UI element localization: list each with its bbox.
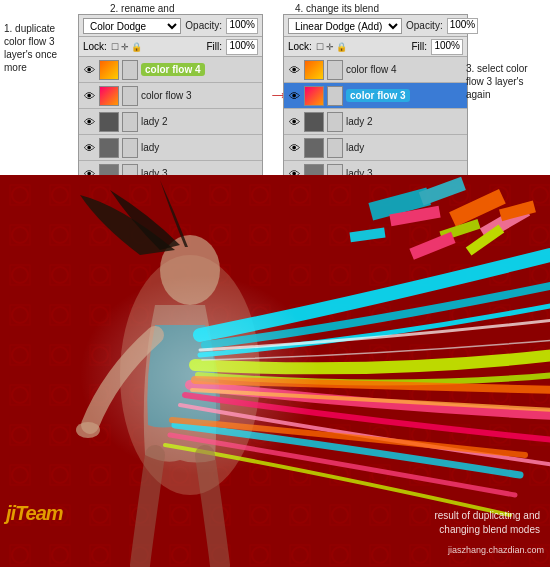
- website-text: jiaszhang.chazdian.com: [448, 544, 544, 558]
- artwork-section: jiTeam result of duplicating and changin…: [0, 175, 550, 567]
- layer-mask: [327, 112, 343, 132]
- eye-icon[interactable]: 👁: [82, 141, 96, 155]
- watermark-logo: jiTeam: [6, 502, 63, 525]
- lock-icon1-r: ☐: [316, 42, 324, 52]
- layer-thumb: [304, 86, 324, 106]
- fill-label-left: Fill:: [206, 41, 222, 52]
- tutorial-top-section: 1. duplicate color flow 3 layer's once m…: [0, 0, 550, 175]
- layer-mask: [122, 112, 138, 132]
- result-label: result of duplicating and changing blend…: [434, 509, 540, 537]
- layer-name-1-left: color flow 3: [141, 90, 192, 101]
- layer-name-3-right: lady: [346, 142, 364, 153]
- layer-mask: [122, 86, 138, 106]
- layer-row-left-2[interactable]: 👁 lady 2: [79, 109, 262, 135]
- layer-mask: [122, 138, 138, 158]
- layer-name-3-left: lady: [141, 142, 159, 153]
- layer-thumb: [99, 138, 119, 158]
- opacity-value-right: 100%: [447, 18, 479, 34]
- lock-icons-right: ☐ ✛ 🔒: [316, 42, 347, 52]
- eye-icon[interactable]: 👁: [82, 89, 96, 103]
- lock-label-right: Lock:: [288, 41, 312, 52]
- layer-row-right-1[interactable]: 👁 color flow 3: [284, 83, 467, 109]
- layer-mask: [327, 86, 343, 106]
- fill-value-left: 100%: [226, 39, 258, 55]
- eye-icon[interactable]: 👁: [82, 115, 96, 129]
- layer-name-2-left: lady 2: [141, 116, 168, 127]
- opacity-value-left: 100%: [226, 18, 258, 34]
- lock-icon1: ☐: [111, 42, 119, 52]
- layer-name-0-left: color flow 4: [141, 63, 205, 76]
- blend-mode-select-left[interactable]: Color Dodge: [83, 18, 181, 34]
- layer-row-right-3[interactable]: 👁 lady: [284, 135, 467, 161]
- layer-name-2-right: lady 2: [346, 116, 373, 127]
- lock-icon3-r: 🔒: [336, 42, 347, 52]
- eye-icon[interactable]: 👁: [82, 63, 96, 77]
- opacity-label-left: Opacity:: [185, 20, 222, 31]
- lock-icon2: ✛: [121, 42, 129, 52]
- layer-mask: [327, 60, 343, 80]
- panel-right: Linear Dodge (Add) Opacity: 100% Lock: ☐…: [283, 14, 468, 188]
- eye-icon[interactable]: 👁: [287, 115, 301, 129]
- opacity-label-right: Opacity:: [406, 20, 443, 31]
- fill-label-right: Fill:: [411, 41, 427, 52]
- step3-label: 3. select color flow 3 layer's again: [466, 62, 546, 101]
- layer-row-right-0[interactable]: 👁 color flow 4: [284, 57, 467, 83]
- layer-row-right-2[interactable]: 👁 lady 2: [284, 109, 467, 135]
- eye-icon[interactable]: 👁: [287, 141, 301, 155]
- layer-mask: [122, 60, 138, 80]
- layer-row-left-3[interactable]: 👁 lady: [79, 135, 262, 161]
- svg-point-17: [80, 275, 320, 475]
- lock-icons-left: ☐ ✛ 🔒: [111, 42, 142, 52]
- layer-row-left-0[interactable]: 👁 color flow 4: [79, 57, 262, 83]
- layer-thumb: [304, 60, 324, 80]
- panel-right-topbar: Linear Dodge (Add) Opacity: 100%: [284, 15, 467, 37]
- layer-thumb: [304, 112, 324, 132]
- layer-mask: [327, 138, 343, 158]
- layer-name-0-right: color flow 4: [346, 64, 397, 75]
- panel-right-secondbar: Lock: ☐ ✛ 🔒 Fill: 100%: [284, 37, 467, 57]
- panel-left-topbar: Color Dodge Opacity: 100%: [79, 15, 262, 37]
- eye-icon[interactable]: 👁: [287, 89, 301, 103]
- layer-thumb: [99, 86, 119, 106]
- panel-left-secondbar: Lock: ☐ ✛ 🔒 Fill: 100%: [79, 37, 262, 57]
- layer-row-left-1[interactable]: 👁 color flow 3: [79, 83, 262, 109]
- eye-icon[interactable]: 👁: [287, 63, 301, 77]
- layer-thumb: [99, 60, 119, 80]
- layer-thumb: [304, 138, 324, 158]
- lock-icon2-r: ✛: [326, 42, 334, 52]
- layer-name-1-right: color flow 3: [346, 89, 410, 102]
- lock-icon3: 🔒: [131, 42, 142, 52]
- blend-mode-select-right[interactable]: Linear Dodge (Add): [288, 18, 402, 34]
- fill-value-right: 100%: [431, 39, 463, 55]
- layer-thumb: [99, 112, 119, 132]
- lock-label-left: Lock:: [83, 41, 107, 52]
- panel-left: Color Dodge Opacity: 100% Lock: ☐ ✛ 🔒 Fi…: [78, 14, 263, 188]
- step1-label: 1. duplicate color flow 3 layer's once m…: [4, 22, 72, 74]
